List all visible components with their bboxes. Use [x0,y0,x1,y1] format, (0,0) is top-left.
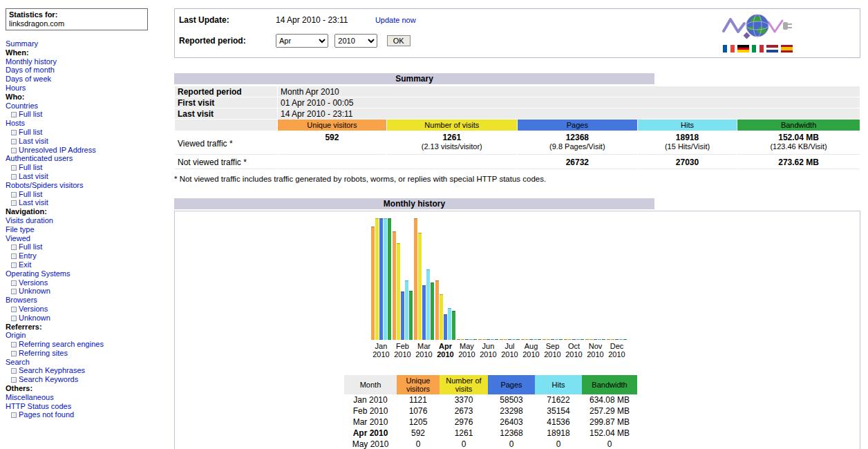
chart-bar [521,339,525,340]
viewed-unique-visitors: 592 [278,131,386,155]
chart-bar [469,339,473,340]
monthly-month-cell: Mar 2010 [344,417,397,428]
chart-month-group: Jul2010 [499,218,520,359]
chart-bar [598,339,601,340]
sidebar-link[interactable]: Full list [19,163,42,171]
sidebar-link[interactable]: Origin [6,331,26,339]
sidebar-link[interactable]: Browsers [6,296,37,304]
chart-bar [602,339,605,340]
sidebar-link[interactable]: Search Keyphrases [19,366,85,374]
monthly-month-cell: Jan 2010 [344,394,397,405]
sidebar-link[interactable]: Full list [19,110,42,118]
sidebar-link[interactable]: Days of week [6,75,51,83]
language-flags [716,45,799,52]
flag-fr-icon[interactable] [723,45,735,52]
sidebar-link[interactable]: Hours [6,84,26,92]
chart-month-label: May2010 [458,342,475,359]
chart-bar [440,294,443,340]
viewed-hits: 18918(15 Hits/Visit) [638,131,737,155]
last-visit-value: 14 Apr 2010 - 23:11 [278,108,860,119]
sidebar-link[interactable]: Referring search engines [19,340,104,348]
sidebar-link[interactable]: Last visit [19,198,48,207]
monthly-history-title-bar: Monthly history [174,198,654,209]
sidebar-link[interactable]: Exit [19,260,31,269]
flag-nl-icon[interactable] [766,45,778,52]
sidebar-link[interactable]: Last visit [19,172,48,180]
sub-item-icon [11,316,17,321]
flag-de-icon[interactable] [737,45,749,52]
update-now-link[interactable]: Update now [375,16,416,24]
monthly-value-cell: 12368 [488,428,535,439]
flag-it-icon[interactable] [752,45,764,52]
sidebar-link[interactable]: Entry [19,251,37,260]
sidebar-link[interactable]: Unknown [19,287,50,295]
monthly-value-cell: 0 [397,439,440,449]
sidebar-link[interactable]: Unresolved IP Address [19,146,96,154]
summary-table: Reported period Month Apr 2010 First vis… [174,86,860,170]
sidebar-link[interactable]: Miscellaneous [6,393,54,401]
sidebar-link[interactable]: Visits duration [6,216,53,224]
sidebar-link[interactable]: Referring sites [19,349,68,357]
reported-period-label: Reported period: [179,31,276,54]
month-select[interactable]: Apr [276,34,328,48]
sidebar-item: Monthly history [6,57,171,66]
chart-bar [371,227,375,340]
flag-es-icon[interactable] [781,45,793,52]
sidebar-link[interactable]: Search Keywords [19,375,78,383]
monthly-month-cell: Apr 2010 [344,428,397,439]
sidebar-item: File type [6,225,171,234]
chart-bar [525,339,529,340]
sidebar-link[interactable]: File type [6,225,35,233]
sidebar-sub-item: Referring sites [6,349,171,358]
sidebar-link[interactable]: Full list [19,128,42,136]
sub-item-icon [11,254,17,259]
monthly-value-cell: 1205 [397,417,440,428]
chart-month-label: Feb2010 [394,342,411,359]
chart-bar [379,218,383,340]
sidebar-link[interactable]: Pages not found [19,410,74,419]
sidebar-link[interactable]: Robots/Spiders visitors [6,181,84,189]
sidebar-link[interactable]: Monthly history [6,57,57,66]
sidebar-link[interactable]: Viewed [6,234,30,242]
sidebar-link[interactable]: Full list [19,242,42,251]
sub-item-icon [11,245,17,250]
column-header-pages: Pages [518,120,637,131]
chart-bar [568,339,572,340]
sidebar-link[interactable]: Authenticated users [6,154,73,162]
sidebar-link[interactable]: Summary [6,39,38,48]
sidebar-link[interactable]: Search [6,358,30,366]
chart-bar [384,218,387,340]
sidebar-sub-item: Last visit [6,137,171,146]
sub-item-icon [11,148,17,153]
sidebar-item: Operating Systems [6,269,171,278]
sidebar-link[interactable]: Hosts [6,119,25,127]
sidebar-link[interactable]: Unknown [19,314,50,322]
monthly-value-cell: 634.08 MB [582,394,637,405]
sidebar-link[interactable]: HTTP Status codes [6,402,71,410]
sidebar-link[interactable]: Operating Systems [6,269,70,278]
awstats-logo[interactable] [721,10,793,41]
monthly-value-cell: 58503 [488,394,535,405]
sidebar-link[interactable]: Versions [19,278,48,287]
sidebar-sub-item: Full list [6,242,171,251]
sidebar-link[interactable]: Versions [19,305,48,313]
sidebar-item: Hours [6,84,171,93]
sidebar-section-header: Who: [6,93,171,102]
chart-bar [623,339,627,340]
monthly-value-cell: 0 [582,439,637,449]
chart-bar [422,285,426,340]
chart-bar [619,339,623,340]
chart-month-label: Jun2010 [480,342,496,359]
chart-bar [551,339,554,340]
sidebar-link[interactable]: Days of month [6,66,55,74]
sub-item-icon [11,139,17,144]
ok-button[interactable]: OK [387,35,411,46]
monthly-value-cell: 592 [397,428,440,439]
sidebar-sub-item: Unknown [6,287,171,296]
chart-bar [529,339,533,340]
sidebar-link[interactable]: Countries [6,102,38,110]
chart-month-group: Jan2010 [370,218,392,359]
sidebar-link[interactable]: Last visit [19,137,48,145]
year-select[interactable]: 2010 [334,34,377,48]
sidebar-link[interactable]: Full list [19,190,42,198]
